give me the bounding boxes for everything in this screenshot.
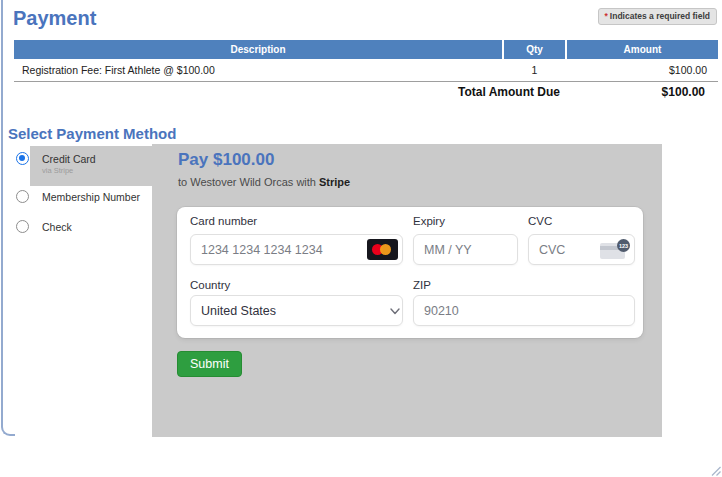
required-field-note: *Indicates a required field — [598, 8, 717, 25]
pay-amount-heading: Pay $100.00 — [178, 150, 274, 170]
order-summary-table: Description Qty Amount Registration Fee:… — [14, 40, 718, 81]
radio-check[interactable] — [16, 220, 29, 233]
required-asterisk: * — [605, 11, 608, 21]
country-select[interactable]: United States — [190, 295, 403, 326]
column-header-description: Description — [14, 40, 503, 59]
page-title: Payment — [13, 7, 96, 30]
table-row: Registration Fee: First Athlete @ $100.0… — [14, 59, 718, 81]
cell-qty: 1 — [503, 59, 566, 81]
radio-credit-card[interactable] — [16, 152, 29, 165]
option-label-check[interactable]: Check — [42, 221, 72, 233]
cvc-card-icon: 123 — [600, 239, 630, 260]
required-note-text: Indicates a required field — [610, 11, 710, 21]
country-label: Country — [190, 279, 230, 291]
card-number-label: Card number — [190, 215, 257, 227]
option-label-credit-card[interactable]: Credit Card — [42, 153, 96, 165]
mastercard-icon — [367, 239, 398, 260]
select-payment-method-heading: Select Payment Method — [8, 125, 176, 142]
option-sublabel-via-stripe: via Stripe — [42, 166, 73, 175]
pay-recipient-line: to Westover Wild Orcas withStripe — [178, 176, 350, 188]
radio-membership-number[interactable] — [16, 190, 29, 203]
cvc-label: CVC — [528, 215, 552, 227]
stripe-payment-panel: Pay $100.00 to Westover Wild Orcas withS… — [152, 144, 662, 437]
pay-recipient-text: to Westover Wild Orcas with — [178, 176, 316, 188]
total-amount-label: Total Amount Due — [458, 85, 560, 99]
cell-amount: $100.00 — [566, 59, 718, 81]
payment-page: Payment *Indicates a required field Desc… — [0, 0, 722, 477]
resize-grip-icon[interactable] — [710, 465, 721, 476]
table-header-row: Description Qty Amount — [14, 40, 718, 59]
zip-label: ZIP — [413, 279, 431, 291]
total-amount-value: $100.00 — [662, 85, 705, 99]
card-details-form: Card number Expiry CVC 123 Country Unite… — [177, 207, 643, 338]
total-separator — [14, 81, 718, 82]
stripe-brand: Stripe — [319, 176, 350, 188]
option-label-membership-number[interactable]: Membership Number — [42, 191, 140, 203]
expiry-input[interactable] — [413, 234, 518, 265]
submit-button[interactable]: Submit — [177, 351, 242, 377]
column-header-qty: Qty — [503, 40, 566, 59]
expiry-label: Expiry — [413, 215, 445, 227]
cvc-badge: 123 — [617, 239, 630, 252]
zip-input[interactable] — [413, 295, 635, 326]
column-header-amount: Amount — [566, 40, 718, 59]
window-left-border — [1, 0, 15, 436]
mastercard-orange-circle — [380, 244, 391, 255]
cell-description: Registration Fee: First Athlete @ $100.0… — [14, 59, 503, 81]
